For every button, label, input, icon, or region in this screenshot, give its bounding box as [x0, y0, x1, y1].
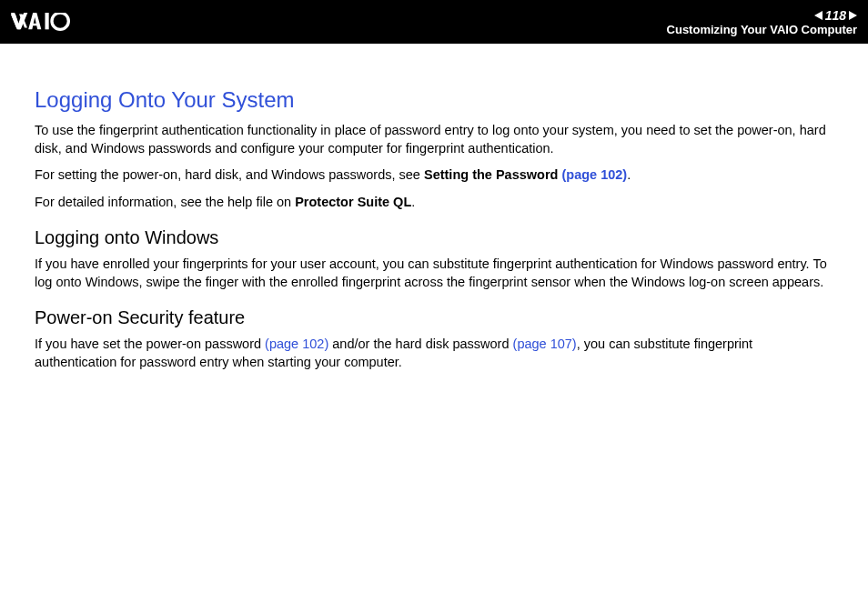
text: . [411, 195, 415, 209]
text: If you have set the power-on password [35, 337, 265, 351]
bold-text: Setting the Password [424, 167, 561, 182]
text: . [627, 167, 631, 182]
section-title: Customizing Your VAIO Computer [667, 23, 857, 36]
page-link-102[interactable]: (page 102) [561, 167, 627, 182]
next-page-icon[interactable] [849, 11, 857, 20]
text: For setting the power-on, hard disk, and… [35, 167, 424, 182]
svg-rect-0 [45, 13, 49, 29]
svg-point-1 [52, 13, 68, 29]
paragraph-3: For detailed information, see the help f… [35, 194, 833, 212]
paragraph-1: To use the fingerprint authentication fu… [35, 122, 833, 157]
main-heading: Logging Onto Your System [35, 87, 833, 113]
page-number: 118 [825, 8, 846, 23]
paragraph-2: For setting the power-on, hard disk, and… [35, 166, 833, 185]
paragraph-5: If you have set the power-on password (p… [35, 336, 833, 371]
page-navigation: 118 [814, 8, 857, 23]
header-right: 118 Customizing Your VAIO Computer [667, 8, 857, 36]
bold-text: Protector Suite QL [295, 195, 411, 209]
page-link-107[interactable]: (page 107) [513, 337, 577, 351]
paragraph-4: If you have enrolled your fingerprints f… [35, 256, 833, 291]
text: For detailed information, see the help f… [35, 195, 295, 209]
prev-page-icon[interactable] [814, 11, 823, 20]
vaio-logo [11, 13, 102, 31]
text: and/or the hard disk password [328, 337, 512, 351]
header-bar: 118 Customizing Your VAIO Computer [0, 0, 868, 44]
sub-heading-1: Logging onto Windows [35, 227, 833, 248]
sub-heading-2: Power-on Security feature [35, 307, 833, 328]
content-area: Logging Onto Your System To use the fing… [0, 44, 868, 399]
page-link-102b[interactable]: (page 102) [265, 337, 328, 351]
